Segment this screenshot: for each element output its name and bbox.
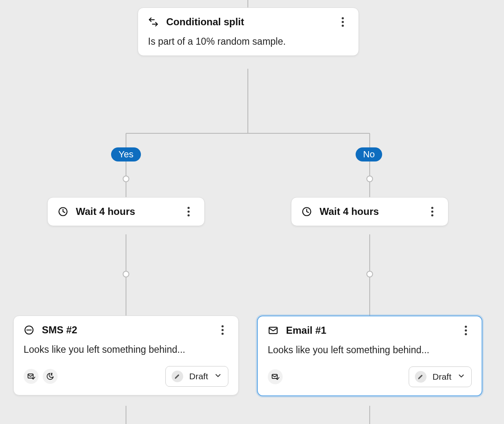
flow-port[interactable]: [366, 271, 373, 277]
svg-point-13: [342, 24, 344, 26]
svg-point-20: [431, 210, 433, 212]
svg-point-17: [187, 214, 189, 216]
flow-port[interactable]: [123, 176, 129, 182]
svg-point-25: [221, 329, 223, 331]
email-menu-button[interactable]: [460, 325, 472, 336]
mail-check-icon: [24, 369, 39, 384]
svg-point-30: [465, 329, 467, 331]
mail-icon: [268, 325, 279, 336]
wait-yes-menu-button[interactable]: [183, 206, 194, 217]
wait-no-menu-button[interactable]: [426, 206, 438, 217]
moon-snooze-icon: [43, 369, 58, 384]
wait-node-yes[interactable]: Wait 4 hours: [47, 197, 205, 226]
svg-point-31: [465, 333, 467, 335]
svg-point-21: [431, 214, 433, 216]
wait-node-no[interactable]: Wait 4 hours: [291, 197, 448, 226]
email-title: Email #1: [286, 325, 326, 336]
email-status-dropdown[interactable]: Draft: [409, 366, 472, 387]
sms-title: SMS #2: [42, 324, 77, 336]
conditional-split-node[interactable]: Conditional split Is part of a 10% rando…: [138, 7, 359, 56]
svg-point-24: [221, 325, 223, 327]
mail-check-icon: [268, 369, 283, 384]
svg-point-16: [187, 210, 189, 212]
svg-point-12: [342, 21, 344, 23]
wait-no-title: Wait 4 hours: [320, 206, 379, 217]
svg-point-29: [465, 325, 467, 328]
flow-port[interactable]: [366, 176, 373, 182]
clock-icon: [301, 206, 312, 217]
email-status-label: Draft: [432, 372, 451, 382]
flow-port[interactable]: [123, 271, 129, 277]
draft-status-icon: [172, 371, 183, 382]
svg-point-11: [342, 17, 344, 19]
branch-no-badge: No: [356, 147, 382, 161]
conditional-title: Conditional split: [166, 16, 244, 28]
wait-yes-title: Wait 4 hours: [76, 206, 135, 217]
sms-node[interactable]: SMS #2 Looks like you left something beh…: [13, 316, 239, 395]
sms-status-dropdown[interactable]: Draft: [165, 366, 228, 387]
sms-description: Looks like you left something behind...: [24, 344, 228, 355]
email-description: Looks like you left something behind...: [268, 344, 472, 356]
clock-icon: [58, 206, 68, 217]
chevron-down-icon: [457, 372, 465, 382]
conditional-menu-button[interactable]: [337, 16, 349, 28]
sms-icon: [24, 325, 34, 335]
svg-point-19: [431, 207, 433, 209]
split-icon: [148, 17, 159, 27]
branch-yes-badge: Yes: [111, 147, 141, 161]
chevron-down-icon: [214, 371, 222, 381]
conditional-description: Is part of a 10% random sample.: [148, 36, 349, 47]
svg-point-15: [187, 207, 189, 209]
svg-point-26: [221, 332, 223, 335]
sms-status-label: Draft: [189, 371, 208, 381]
draft-status-icon: [415, 371, 426, 383]
sms-menu-button[interactable]: [217, 324, 228, 336]
email-node[interactable]: Email #1 Looks like you left something b…: [257, 316, 482, 396]
